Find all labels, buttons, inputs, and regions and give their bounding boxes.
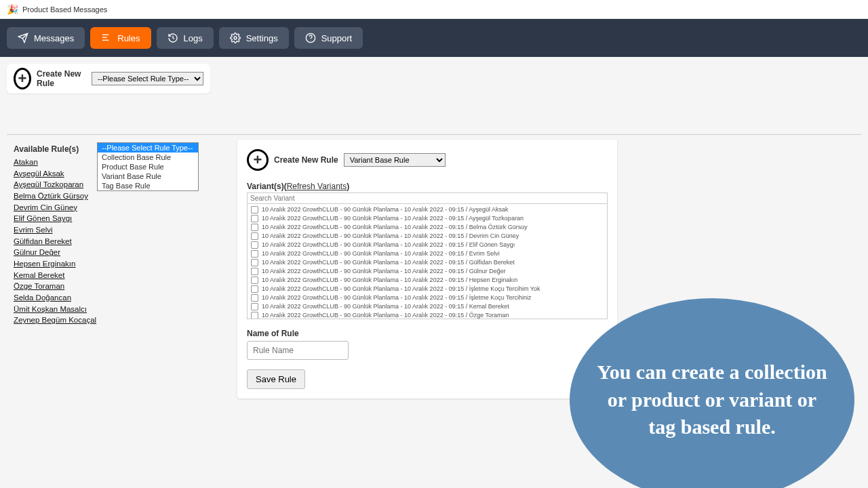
- variant-label: 10 Aralık 2022 GrowthCLUB - 90 Günlük Pl…: [262, 267, 506, 275]
- variant-checkbox[interactable]: [251, 294, 258, 302]
- help-bubble-text: You can create a collection or product o…: [597, 359, 827, 441]
- variant-checkbox[interactable]: [251, 277, 258, 284]
- nav-support[interactable]: Support: [294, 27, 363, 49]
- variant-checkbox[interactable]: [251, 215, 258, 222]
- title-bar: 🎉 Product Based Messages: [0, 0, 868, 19]
- svg-rect-1: [102, 37, 107, 38]
- rule-type-dropdown[interactable]: --Please Select Rule Type--Collection Ba…: [97, 142, 199, 191]
- divider: [7, 134, 861, 135]
- variant-label: 10 Aralık 2022 GrowthCLUB - 90 Günlük Pl…: [262, 205, 509, 214]
- variant-item[interactable]: 10 Aralık 2022 GrowthCLUB - 90 Günlük Pl…: [250, 267, 604, 276]
- variant-checkbox[interactable]: [251, 206, 258, 214]
- history-icon: [167, 33, 178, 43]
- variant-label: 10 Aralık 2022 GrowthCLUB - 90 Günlük Pl…: [262, 258, 515, 266]
- refresh-variants-link[interactable]: Refresh Variants: [287, 182, 347, 191]
- variant-label: 10 Aralık 2022 GrowthCLUB - 90 Günlük Pl…: [262, 302, 509, 310]
- variant-label: 10 Aralık 2022 GrowthCLUB - 90 Günlük Pl…: [262, 249, 500, 258]
- variant-checkbox[interactable]: [251, 259, 258, 266]
- create-rule-row: + Create New Rule --Please Select Rule T…: [7, 64, 210, 94]
- variant-checkbox[interactable]: [251, 232, 258, 240]
- svg-rect-0: [102, 35, 108, 35]
- rules-icon: [101, 33, 112, 43]
- help-bubble: You can create a collection or product o…: [570, 298, 854, 488]
- help-icon: [305, 33, 316, 43]
- app-title: Product Based Messages: [22, 5, 107, 14]
- rule-name-input[interactable]: [247, 341, 349, 360]
- nav-bar: Messages Rules Logs Settings Support: [0, 19, 868, 57]
- variant-item[interactable]: 10 Aralık 2022 GrowthCLUB - 90 Günlük Pl…: [250, 302, 604, 311]
- nav-rules[interactable]: Rules: [90, 27, 151, 49]
- nav-logs[interactable]: Logs: [157, 27, 214, 49]
- nav-label: Settings: [246, 33, 278, 43]
- rule-type-option[interactable]: Product Base Rule: [98, 162, 198, 171]
- variant-item[interactable]: 10 Aralık 2022 GrowthCLUB - 90 Günlük Pl…: [250, 285, 604, 293]
- svg-point-3: [234, 37, 237, 39]
- variant-item[interactable]: 10 Aralık 2022 GrowthCLUB - 90 Günlük Pl…: [250, 276, 604, 285]
- inner-rule-type-select[interactable]: Variant Base Rule: [344, 153, 446, 167]
- create-rule-label: Create New Rule: [37, 69, 86, 88]
- variant-label: 10 Aralık 2022 GrowthCLUB - 90 Günlük Pl…: [262, 276, 517, 284]
- nav-label: Support: [321, 33, 353, 43]
- variant-label: 10 Aralık 2022 GrowthCLUB - 90 Günlük Pl…: [262, 241, 515, 249]
- plus-icon[interactable]: +: [247, 149, 269, 171]
- inner-create-label: Create New Rule: [274, 155, 338, 165]
- nav-messages[interactable]: Messages: [7, 27, 85, 49]
- inner-create-row: + Create New Rule Variant Base Rule: [247, 149, 608, 171]
- variant-label: 10 Aralık 2022 GrowthCLUB - 90 Günlük Pl…: [262, 311, 509, 319]
- gear-icon: [230, 33, 241, 43]
- variant-checkbox[interactable]: [251, 303, 258, 310]
- variant-checkbox[interactable]: [251, 312, 258, 319]
- variant-item[interactable]: 10 Aralık 2022 GrowthCLUB - 90 Günlük Pl…: [250, 258, 604, 267]
- nav-label: Rules: [117, 33, 140, 43]
- svg-rect-2: [102, 40, 108, 41]
- variant-item[interactable]: 10 Aralık 2022 GrowthCLUB - 90 Günlük Pl…: [250, 214, 604, 223]
- nav-label: Messages: [34, 33, 74, 43]
- nav-label: Logs: [184, 33, 203, 43]
- save-rule-button[interactable]: Save Rule: [247, 369, 305, 389]
- variant-heading: Variant(s): [247, 182, 284, 191]
- variant-item[interactable]: 10 Aralık 2022 GrowthCLUB - 90 Günlük Pl…: [250, 249, 604, 258]
- nav-settings[interactable]: Settings: [219, 27, 289, 49]
- variant-item[interactable]: 10 Aralık 2022 GrowthCLUB - 90 Günlük Pl…: [250, 205, 604, 214]
- variant-label: 10 Aralık 2022 GrowthCLUB - 90 Günlük Pl…: [262, 285, 540, 293]
- variant-checkbox[interactable]: [251, 268, 258, 275]
- variant-checkbox[interactable]: [251, 285, 258, 293]
- inner-panel: + Create New Rule Variant Base Rule Vari…: [237, 140, 617, 399]
- variant-item[interactable]: 10 Aralık 2022 GrowthCLUB - 90 Günlük Pl…: [250, 223, 604, 232]
- name-of-rule-label: Name of Rule: [247, 329, 608, 338]
- plus-icon[interactable]: +: [14, 68, 31, 89]
- variant-item[interactable]: 10 Aralık 2022 GrowthCLUB - 90 Günlük Pl…: [250, 311, 604, 319]
- rule-type-option[interactable]: Tag Base Rule: [98, 181, 198, 190]
- variant-item[interactable]: 10 Aralık 2022 GrowthCLUB - 90 Günlük Pl…: [250, 293, 604, 302]
- variant-item[interactable]: 10 Aralık 2022 GrowthCLUB - 90 Günlük Pl…: [250, 232, 604, 241]
- rule-type-option[interactable]: Collection Base Rule: [98, 152, 198, 162]
- search-variant-input[interactable]: [247, 192, 608, 204]
- rule-type-option[interactable]: --Please Select Rule Type--: [98, 143, 198, 152]
- variant-list[interactable]: 10 Aralık 2022 GrowthCLUB - 90 Günlük Pl…: [247, 204, 608, 319]
- variant-label: 10 Aralık 2022 GrowthCLUB - 90 Günlük Pl…: [262, 232, 519, 240]
- variant-checkbox[interactable]: [251, 241, 258, 249]
- rule-type-select[interactable]: --Please Select Rule Type--: [92, 72, 203, 85]
- rule-type-option[interactable]: Variant Base Rule: [98, 171, 198, 181]
- variant-checkbox[interactable]: [251, 224, 258, 231]
- variant-label: 10 Aralık 2022 GrowthCLUB - 90 Günlük Pl…: [262, 214, 524, 222]
- variant-item[interactable]: 10 Aralık 2022 GrowthCLUB - 90 Günlük Pl…: [250, 241, 604, 249]
- bubble-tail-icon: [695, 464, 743, 488]
- app-icon: 🎉: [7, 4, 18, 15]
- send-icon: [18, 33, 28, 43]
- variant-label: 10 Aralık 2022 GrowthCLUB - 90 Günlük Pl…: [262, 293, 532, 302]
- variant-checkbox[interactable]: [251, 250, 258, 258]
- variant-label: 10 Aralık 2022 GrowthCLUB - 90 Günlük Pl…: [262, 223, 528, 231]
